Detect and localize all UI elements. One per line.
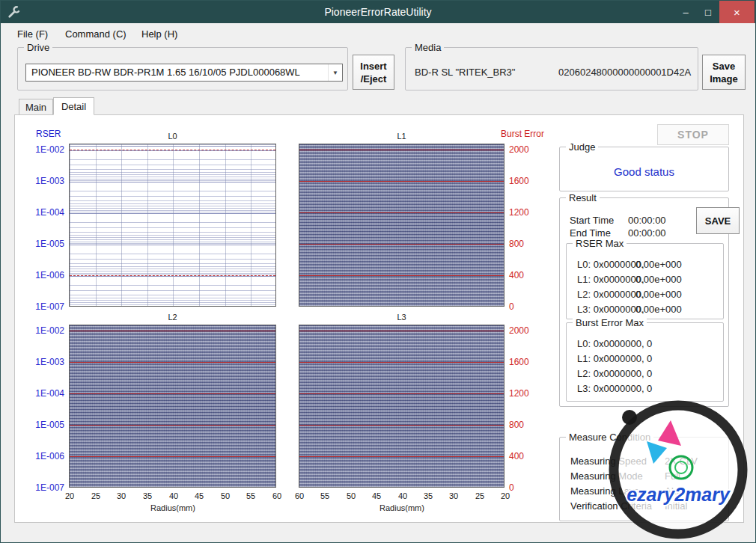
chart-plot-l3 xyxy=(299,325,504,488)
end-time-label: End Time xyxy=(570,227,611,239)
menu-help[interactable]: Help (H) xyxy=(141,28,177,40)
tab-detail[interactable]: Detail xyxy=(53,97,94,115)
stop-button[interactable]: STOP xyxy=(657,124,729,145)
y-tick-right: 2000 xyxy=(509,144,546,155)
result-groupbox: Result Start Time 00:00:00 End Time 00:0… xyxy=(559,197,729,407)
y-tick-right: 1600 xyxy=(509,357,546,367)
insert-eject-button[interactable]: Insert /Eject xyxy=(353,55,394,90)
window-title: PioneerErrorRateUtility xyxy=(1,6,755,18)
media-groupbox: Media BD-R SL "RITEK_BR3" 02060248000000… xyxy=(405,47,698,90)
media-group-label: Media xyxy=(412,42,444,53)
y-tick-right: 2000 xyxy=(509,325,546,336)
close-button[interactable]: × xyxy=(719,1,755,23)
result-group-label: Result xyxy=(566,192,600,203)
red-gridline xyxy=(70,150,275,150)
drive-combobox-value: PIONEER BD-RW BDR-PR1M 1.65 16/10/05 PJD… xyxy=(31,67,300,78)
x-axis-label: Radius(mm) xyxy=(368,503,436,512)
measure-row-val: 2X CLV xyxy=(665,455,698,467)
burst-error-max-label: Burst Error Max xyxy=(573,317,647,328)
rser-max-label: RSER Max xyxy=(573,238,627,249)
rser-max-row-val: 0.00e+000 xyxy=(635,304,682,315)
menu-file[interactable]: File (F) xyxy=(17,28,48,40)
dropdown-arrow-icon[interactable]: ▼ xyxy=(328,64,342,81)
judge-groupbox: Judge Good status xyxy=(559,147,729,191)
burst-max-row-val: 0 xyxy=(647,338,652,349)
y-tick-right: 400 xyxy=(509,451,546,461)
y-tick-right: 400 xyxy=(509,270,546,280)
rser-max-row-key: L3: 0x0000000, xyxy=(577,304,644,315)
start-time-label: Start Time xyxy=(570,215,614,226)
measure-row-key: Measuring Speed xyxy=(570,455,647,467)
red-gridline xyxy=(299,456,504,457)
x-tick: 20 xyxy=(60,491,79,500)
burst-max-row-key: L3: 0x0000000, xyxy=(577,383,644,394)
burst-error-max-groupbox: Burst Error Max L0: 0x0000000, 0 L1: 0x0… xyxy=(566,322,724,402)
rser-max-groupbox: RSER Max L0: 0x0000000, 0.00e+000 L1: 0x… xyxy=(566,243,724,319)
chart-plot-l0 xyxy=(69,144,276,307)
burst-max-row-key: L1: 0x0000000, xyxy=(577,353,644,364)
measure-condition-groupbox: Measure Condition Measuring Speed 2X CLV… xyxy=(559,437,729,521)
y-tick-left: 1E-003 xyxy=(19,357,64,367)
menu-command[interactable]: Command (C) xyxy=(65,28,126,40)
rser-max-row-key: L0: 0x0000000, xyxy=(577,259,644,270)
media-id: 02060248000000000001D42A xyxy=(558,67,691,78)
y-tick-right: 1200 xyxy=(509,207,546,218)
measure-row-val: Initial xyxy=(665,500,687,512)
x-tick: 40 xyxy=(164,491,183,500)
x-tick: 35 xyxy=(418,491,438,500)
drive-combobox[interactable]: PIONEER BD-RW BDR-PR1M 1.65 16/10/05 PJD… xyxy=(25,64,343,82)
chart-plot-l1 xyxy=(299,144,504,307)
minimize-button[interactable]: – xyxy=(674,1,697,23)
burst-max-row-val: 0 xyxy=(647,383,652,394)
y-tick-left: 1E-007 xyxy=(19,482,64,493)
save-image-label-line2: Image xyxy=(710,73,738,85)
rser-max-row-val: 0.00e+000 xyxy=(635,259,682,270)
y-tick-left: 1E-004 xyxy=(19,207,64,218)
left-axis-title: RSER xyxy=(36,129,61,139)
x-tick: 35 xyxy=(138,491,157,500)
red-gridline xyxy=(70,362,275,363)
red-gridline xyxy=(70,393,275,394)
x-tick: 25 xyxy=(470,491,490,500)
measure-condition-label: Measure Condition xyxy=(566,432,653,443)
save-image-label-line1: Save xyxy=(713,60,735,73)
red-gridline xyxy=(70,275,275,276)
y-tick-right: 0 xyxy=(509,301,546,312)
caption-buttons: – □ × xyxy=(674,1,755,23)
y-tick-left: 1E-002 xyxy=(19,144,64,155)
y-tick-left: 1E-003 xyxy=(19,176,64,186)
burst-max-row-val: 0 xyxy=(647,353,652,364)
y-tick-left: 1E-007 xyxy=(19,301,64,312)
save-button[interactable]: SAVE xyxy=(696,207,740,234)
y-tick-right: 800 xyxy=(509,239,546,249)
x-tick: 20 xyxy=(496,491,515,500)
y-tick-left: 1E-005 xyxy=(19,239,64,249)
rser-max-row-key: L2: 0x0000000, xyxy=(577,289,644,300)
judge-group-label: Judge xyxy=(566,141,598,153)
rser-max-row-key: L1: 0x0000000, xyxy=(577,274,644,285)
tab-main[interactable]: Main xyxy=(19,99,53,115)
x-tick: 45 xyxy=(367,491,386,500)
save-image-button[interactable]: Save Image xyxy=(702,55,746,90)
y-tick-right: 1200 xyxy=(509,388,546,399)
app-window: PioneerErrorRateUtility – □ × File (F) C… xyxy=(0,0,756,543)
chart-title-l1: L1 xyxy=(299,132,504,141)
maximize-button[interactable]: □ xyxy=(697,1,719,23)
y-tick-left: 1E-005 xyxy=(19,420,64,430)
detail-tab-panel: RSER Burst Error L0 L1 1E-002 1E-003 1E-… xyxy=(14,114,744,523)
x-tick: 30 xyxy=(444,491,463,500)
media-name: BD-R SL "RITEK_BR3" xyxy=(415,67,515,78)
right-axis-title: Burst Error xyxy=(501,129,544,139)
red-gridline xyxy=(299,275,504,276)
red-gridline xyxy=(299,181,504,182)
chart-title-l2: L2 xyxy=(69,313,276,322)
x-tick: 60 xyxy=(290,491,309,500)
measure-row-key: Verification Criteria xyxy=(570,500,652,512)
x-tick: 55 xyxy=(315,491,335,500)
x-tick: 50 xyxy=(341,491,361,500)
burst-max-row-key: L2: 0x0000000, xyxy=(577,368,644,379)
x-tick: 40 xyxy=(393,491,412,500)
titlebar: PioneerErrorRateUtility – □ × xyxy=(1,1,755,23)
y-tick-left: 1E-002 xyxy=(19,325,64,336)
chart-title-l0: L0 xyxy=(69,132,276,141)
